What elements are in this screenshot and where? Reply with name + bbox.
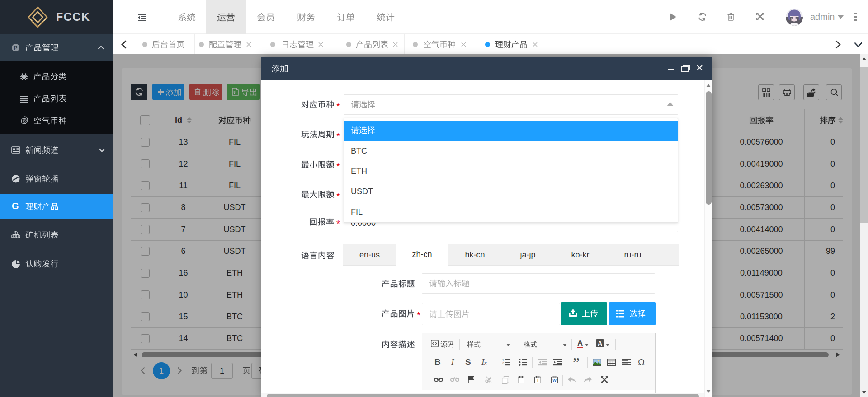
svg-text:W: W xyxy=(552,378,557,383)
svg-text:2: 2 xyxy=(502,361,504,364)
svg-text:P: P xyxy=(14,45,17,51)
svg-text:T: T xyxy=(537,378,539,383)
